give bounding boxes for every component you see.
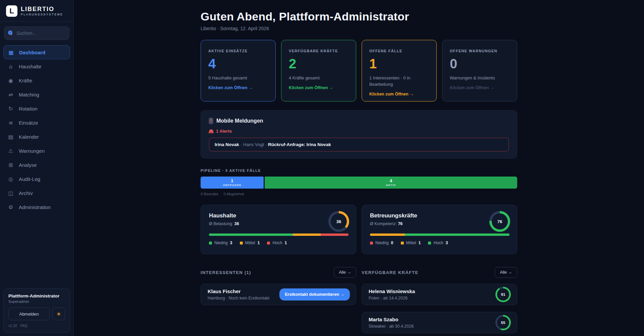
sidebar-item-warnungen[interactable]: ⚠ Warnungen	[3, 144, 70, 158]
stat-subtext: 4 Kräfte gesamt	[289, 75, 348, 81]
sidebar-item-label: Matching	[19, 92, 39, 97]
analytics-grid-icon: ⊞	[7, 162, 14, 168]
segment-value: 4	[390, 179, 392, 184]
kraefte-title: VERFÜGBARE KRÄFTE	[362, 270, 418, 275]
kraft-row-marta-szabo[interactable]: Marta Szabo Slowakei · ab 30.4.2026 55	[362, 312, 517, 333]
belastung-stacked-bar	[209, 233, 348, 236]
erstkontakt-button[interactable]: Erstkontakt dokumentieren →	[279, 288, 350, 300]
alert-name: Irina Novak	[215, 142, 239, 147]
sidebar-item-audit-log[interactable]: ◎ Audit-Log	[3, 172, 70, 186]
sidebar-item-einsaetze[interactable]: ≡ Einsätze	[3, 116, 70, 130]
sidebar-item-kalender[interactable]: ▤ Kalender	[3, 130, 70, 144]
card-title: Betreuungskräfte	[370, 212, 509, 219]
sidebar-item-archiv[interactable]: ◫ Archiv	[3, 186, 70, 200]
pipeline-footer: 0 Beendet 0 Abgelehnt	[201, 192, 517, 196]
legend-label: Hoch	[272, 241, 282, 245]
alert-source: · Hans Vogt ·	[240, 142, 267, 147]
bar-segment-hoch	[321, 233, 348, 236]
card-title: Haushalte	[209, 212, 348, 219]
bar-segment-mittel	[293, 233, 321, 236]
search-box	[4, 26, 69, 40]
donut-value: 76	[492, 213, 508, 229]
stat-value: 0	[450, 57, 509, 70]
pipeline-title: PIPELINE · 5 AKTIVE FÄLLE	[201, 169, 517, 173]
interessent-row-klaus-fischer[interactable]: Klaus Fischer Hamburg · Noch kein Erstko…	[201, 284, 356, 305]
dashboard-grid-icon: ▦	[8, 49, 14, 56]
sidebar-item-analyse[interactable]: ⊞ Analyse	[3, 158, 70, 172]
segment-value: 1	[231, 179, 233, 184]
betreuungskraefte-card: Betreuungskräfte Ø Kompetenz: 76 76 Nied…	[362, 205, 517, 254]
stat-card-offene-warnungen[interactable]: OFFENE WARNUNGEN 0 Warnungen & Incidents…	[442, 40, 517, 102]
stat-value: 2	[289, 57, 348, 70]
legend-value: 3	[230, 241, 232, 245]
sidebar-item-administration[interactable]: ⚙ Administration	[3, 200, 70, 214]
metric-label: Ø Belastung:	[209, 221, 233, 226]
logo-icon: L	[6, 5, 17, 17]
alert-row[interactable]: Irina Novak · Hans Vogt · Rückruf-Anfrag…	[209, 138, 509, 151]
sidebar-item-label: Administration	[19, 204, 51, 210]
pipeline-segment-aktiv[interactable]: 4 AKTIV	[265, 177, 517, 189]
score-ring: 55	[495, 315, 511, 330]
sidebar-item-label: Dashboard	[19, 50, 45, 55]
stat-open-link[interactable]: Klicken zum Öffnen →	[289, 85, 348, 90]
legend-dot-green	[209, 242, 212, 245]
segment-label: ANFRAGEN	[223, 184, 241, 187]
stat-subtext: 5 Haushalte gesamt	[208, 75, 268, 81]
belastung-donut: 36	[328, 211, 349, 232]
app-root: L LIBERTIO PLANUNGSSYSTEME ▦ Dashboard ⌂…	[0, 0, 644, 336]
sidebar-nav: ▦ Dashboard ⌂ Haushalte ◉ Kräfte ⇌ Match…	[0, 41, 73, 285]
sidebar-item-label: Audit-Log	[19, 176, 40, 182]
legend-value: 1	[285, 241, 287, 245]
alerts-count-label: 1 Alerts	[216, 129, 232, 134]
stat-label: VERFÜGBARE KRÄFTE	[289, 49, 348, 53]
interessenten-all-button[interactable]: Alle →	[334, 267, 356, 278]
legend-value: 3	[446, 241, 448, 245]
user-panel: Plattform-Administrator Superadmin Abmel…	[3, 288, 70, 333]
sidebar-item-label: Kalender	[19, 134, 39, 140]
sidebar-item-label: Rotation	[19, 106, 38, 112]
logo-subtitle: PLANUNGSSYSTEME	[21, 13, 63, 16]
pipeline-segment-anfragen[interactable]: 1 ANFRAGEN	[201, 177, 264, 189]
stat-open-link[interactable]: Klicken zum Öffnen →	[208, 85, 268, 90]
page-subtitle: Libertio · Sonntag, 12. April 2026	[201, 26, 517, 31]
stat-card-aktive-einsaetze[interactable]: AKTIVE EINSÄTZE 4 5 Haushalte gesamt Kli…	[201, 40, 276, 102]
calendar-icon: ▤	[7, 134, 14, 140]
metric-value: 36	[234, 221, 239, 226]
list-icon: ≡	[7, 120, 14, 126]
beendet-count: 0 Beendet	[201, 192, 218, 196]
stat-card-offene-faelle[interactable]: OFFENE FÄLLE 1 1 Interessenten · 0 in Be…	[362, 40, 437, 102]
theme-toggle-button[interactable]: ☀	[52, 308, 65, 320]
kraefte-all-button[interactable]: Alle →	[495, 267, 517, 278]
archive-box-icon: ◫	[7, 190, 14, 196]
abgelehnt-count: 0 Abgelehnt	[223, 192, 244, 196]
haushalte-card: Haushalte Ø Belastung: 36 36 Niedrig	[201, 205, 356, 254]
stat-value: 4	[208, 57, 268, 70]
logo-title: LIBERTIO	[21, 6, 63, 12]
sun-icon: ☀	[56, 311, 61, 317]
logout-button[interactable]: Abmelden	[8, 308, 50, 320]
legend: Niedrig3 Mittel1 Hoch1	[209, 241, 348, 245]
donut-value: 36	[331, 213, 347, 229]
sidebar-item-kraefte[interactable]: ◉ Kräfte	[3, 73, 70, 87]
sidebar-item-dashboard[interactable]: ▦ Dashboard	[3, 45, 70, 59]
pipeline-bar: 1 ANFRAGEN 4 AKTIV	[201, 177, 517, 189]
mobile-meldungen-title: Mobile Meldungen	[216, 118, 263, 124]
search-input[interactable]	[4, 26, 69, 40]
person-name: Klaus Fischer	[208, 288, 269, 294]
stat-card-verfuegbare-kraefte[interactable]: VERFÜGBARE KRÄFTE 2 4 Kräfte gesamt Klic…	[281, 40, 356, 102]
legend-dot-green	[428, 242, 431, 245]
faq-link[interactable]: FAQ	[20, 324, 28, 328]
kraft-row-helena-wisniewska[interactable]: Helena Wisniewska Polen · ab 14.4.2026 9…	[362, 284, 517, 305]
person-subtext: Slowakei · ab 30.4.2026	[369, 324, 414, 329]
sidebar-item-rotation[interactable]: ↻ Rotation	[3, 102, 70, 116]
sidebar-item-label: Warnungen	[19, 148, 45, 154]
bar-segment-hoch	[405, 233, 509, 236]
sidebar-item-matching[interactable]: ⇌ Matching	[3, 87, 70, 102]
sidebar-item-haushalte[interactable]: ⌂ Haushalte	[3, 59, 70, 73]
stat-open-link[interactable]: Klicken zum Öffnen →	[369, 92, 429, 96]
distribution-row: Haushalte Ø Belastung: 36 36 Niedrig	[201, 205, 517, 254]
main-area: Guten Abend, Plattform-Administrator Lib…	[74, 0, 644, 336]
metric-value: 76	[398, 221, 402, 226]
stat-open-link[interactable]: Klicken zum Öffnen →	[450, 85, 509, 90]
score-ring: 91	[495, 287, 511, 302]
